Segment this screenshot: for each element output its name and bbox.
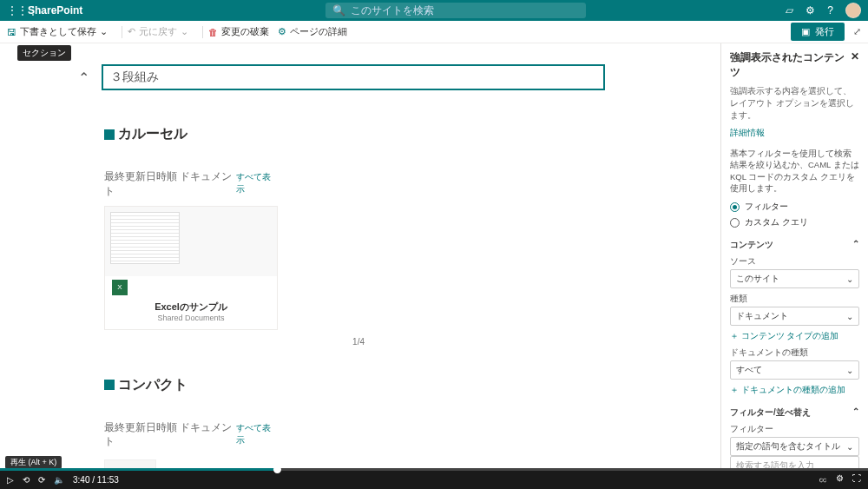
discard-button[interactable]: 🗑 変更の破棄 [208, 25, 269, 38]
see-all-link[interactable]: すべて表示 [236, 171, 278, 195]
source-dropdown[interactable]: このサイト⌄ [730, 269, 859, 288]
card-title: Excelのサンプル [105, 301, 277, 314]
discard-icon: 🗑 [208, 27, 218, 37]
page-details-button[interactable]: ⚙ ページの詳細 [278, 25, 347, 38]
doc-thumbnail [110, 212, 180, 264]
search-placeholder: このサイトを検索 [351, 3, 434, 18]
document-card[interactable]: X Excelのサンプル Shared Documents [104, 206, 278, 330]
suite-header: ⋮⋮⋮ SharePoint 🔍 このサイトを検索 ▱ ⚙ ? [0, 0, 868, 21]
section-title-input[interactable] [102, 64, 605, 90]
filter-hint: 基本フィルターを使用して検索結果を絞り込むか、CAML または KQL コードの… [730, 148, 859, 194]
app-brand[interactable]: SharePoint [28, 4, 82, 17]
collapse-section-icon[interactable]: ⌃ [78, 69, 89, 86]
expand-panel-icon[interactable]: ⤢ [853, 26, 861, 37]
radio-custom-query[interactable]: カスタム クエリ [730, 216, 859, 228]
close-icon[interactable]: ✕ [851, 50, 859, 80]
play-tooltip: 再生 (Alt + K) [5, 456, 62, 469]
panel-desc: 強調表示する内容を選択して、レイアウト オプションを選択します。 [730, 85, 859, 122]
carousel-counter: 1/4 [104, 337, 365, 347]
settings-icon[interactable]: ⚙ [806, 4, 815, 17]
search-icon: 🔍 [332, 4, 345, 17]
square-marker-icon [104, 129, 115, 140]
add-content-type[interactable]: ＋ コンテンツ タイプの追加 [730, 331, 859, 342]
card-library: Shared Documents [105, 314, 277, 322]
save-draft-button[interactable]: 🖫 下書きとして保存 ⌄ [7, 25, 108, 38]
waffle-icon[interactable]: ⋮⋮⋮ [7, 4, 21, 17]
property-panel: 強調表示されたコンテンツ✕ 強調表示する内容を選択して、レイアウト オプションを… [720, 43, 868, 470]
publish-icon: ▣ [801, 26, 810, 37]
webpart-title: 最終更新日時順 ドキュメント [104, 420, 236, 450]
chevron-down-icon: ⌄ [100, 26, 108, 37]
learn-more-link[interactable]: 詳細情報 [730, 127, 859, 139]
chevron-up-icon[interactable]: ⌃ [852, 406, 859, 419]
type-dropdown[interactable]: ドキュメント⌄ [730, 307, 859, 326]
heading-compact: コンパクト [104, 376, 720, 394]
publish-button[interactable]: ▣ 発行 [791, 23, 845, 41]
undo-button[interactable]: ↶ 元に戻す ⌄ [128, 25, 188, 38]
megaphone-icon[interactable]: ▱ [786, 4, 793, 17]
user-avatar[interactable] [845, 3, 861, 18]
radio-filter[interactable]: フィルター [730, 201, 859, 213]
see-all-link[interactable]: すべて表示 [236, 422, 278, 446]
video-progress[interactable] [0, 468, 868, 470]
filter-dropdown[interactable]: 指定の語句を含むタイトル⌄ [730, 437, 859, 456]
chevron-up-icon[interactable]: ⌃ [852, 239, 859, 251]
help-icon[interactable]: ? [827, 4, 833, 17]
excel-file-icon: X [112, 280, 128, 295]
heading-carousel: カルーセル [104, 125, 720, 143]
chevron-down-icon: ⌄ [181, 26, 188, 37]
add-doctype[interactable]: ＋ ドキュメントの種類の追加 [730, 385, 859, 396]
undo-icon: ↶ [128, 26, 135, 37]
search-box[interactable]: 🔍 このサイトを検索 [326, 3, 586, 18]
save-icon: 🖫 [7, 27, 16, 37]
section-label: セクション [17, 45, 71, 61]
doctype-dropdown[interactable]: すべて⌄ [730, 360, 859, 380]
square-marker-icon [104, 380, 115, 390]
command-bar: 🖫 下書きとして保存 ⌄ ↶ 元に戻す ⌄ 🗑 変更の破棄 ⚙ ページの詳細 ▣… [0, 21, 868, 43]
details-icon: ⚙ [278, 26, 286, 37]
webpart-title: 最終更新日時順 ドキュメント [104, 169, 236, 199]
page-canvas: セクション ⌃ カルーセル 最終更新日時順 ドキュメント すべて表示 X Exc… [0, 43, 720, 470]
panel-title: 強調表示されたコンテンツ [730, 50, 851, 80]
